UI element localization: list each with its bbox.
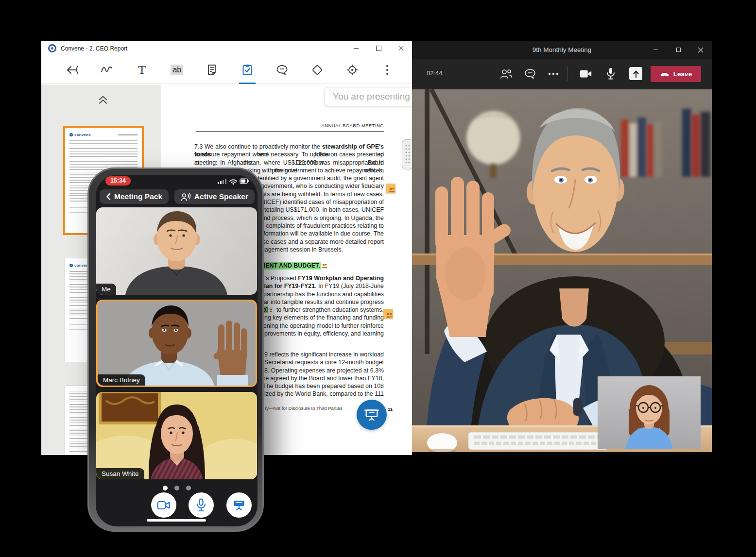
text-tool-button[interactable]: T	[131, 59, 153, 81]
highlight-icon: ab	[171, 65, 183, 75]
mic-icon	[196, 498, 206, 512]
comment-tool-button[interactable]	[271, 59, 293, 81]
draw-icon	[100, 64, 114, 76]
camera-toggle-button[interactable]	[579, 67, 593, 81]
page-number: 11	[388, 406, 393, 412]
highlight-tool-button[interactable]: ab	[166, 59, 188, 81]
more-icon	[385, 64, 389, 76]
phone-mic-button[interactable]	[189, 492, 214, 518]
status-time: 15:34	[105, 176, 131, 186]
minimize-button[interactable]	[645, 41, 667, 59]
laser-pointer-button[interactable]	[341, 59, 363, 81]
drag-handle[interactable]	[402, 139, 412, 169]
video-tile-active-speaker[interactable]: Marc Britney	[96, 300, 257, 387]
meeting-window: 9th Monthly Meeting 02:44	[412, 41, 712, 455]
signal-bars-icon	[218, 179, 226, 184]
collapse-sidebar-button[interactable]	[96, 93, 110, 107]
people-note-icon	[386, 312, 393, 318]
main-video-feed	[412, 89, 712, 455]
sticky-note-annotation[interactable]	[386, 184, 395, 193]
back-button[interactable]	[61, 59, 83, 81]
mic-toggle-button[interactable]	[604, 67, 618, 81]
eraser-icon	[311, 64, 324, 76]
agenda-tool-button[interactable]	[236, 59, 258, 81]
self-view-video	[598, 376, 701, 449]
meeting-timer: 02:44	[427, 69, 443, 77]
active-speaker-icon	[181, 193, 191, 201]
sticky-note-annotation[interactable]	[383, 309, 393, 319]
back-icon	[65, 64, 79, 76]
chat-icon	[524, 68, 536, 80]
chat-button[interactable]	[523, 67, 537, 81]
convene-mini-logo-icon	[69, 264, 73, 267]
close-button[interactable]	[390, 41, 412, 56]
notes-tool-button[interactable]	[201, 59, 223, 81]
status-icons	[218, 178, 250, 186]
maximize-button[interactable]	[667, 41, 689, 59]
share-up-arrow-icon	[633, 70, 639, 78]
participant-name: Marc Britney	[98, 374, 145, 386]
meeting-titlebar: 9th Monthly Meeting	[412, 41, 712, 59]
laser-pointer-icon	[346, 64, 359, 76]
more-menu-button[interactable]	[376, 59, 398, 81]
presenting-banner: You are presenting	[325, 87, 412, 106]
header-rule	[196, 131, 384, 132]
video-tile-me[interactable]: Me	[96, 207, 257, 295]
phone-screen: 15:34 Meeting Pack Active Speaker	[96, 175, 258, 526]
video-tile[interactable]: Susan White	[96, 392, 257, 479]
page-dot-active[interactable]	[163, 486, 168, 490]
convene-mini-logo-icon	[69, 133, 73, 136]
text-tool-icon: T	[138, 64, 146, 76]
battery-icon	[240, 179, 249, 184]
share-button[interactable]	[629, 67, 642, 80]
confidentiality-footer: ry—Not for Disclosure to Third Parties	[265, 405, 343, 411]
present-icon	[233, 499, 245, 511]
participants-button[interactable]	[499, 67, 513, 81]
convene-logo-icon	[48, 44, 56, 52]
eraser-tool-button[interactable]	[306, 59, 328, 81]
toolbar-divider	[567, 67, 568, 81]
draw-tool-button[interactable]	[96, 59, 118, 81]
section-heading: MENT AND BUDGET.	[260, 262, 327, 270]
people-note-icon	[389, 187, 395, 193]
annotation-marker-icon[interactable]	[322, 263, 327, 270]
desktop: Convene - 2. CEO Report T ab	[0, 0, 756, 557]
camera-icon	[157, 501, 171, 510]
annotation-toolbar: T ab	[41, 56, 412, 84]
meeting-toolbar: 02:44 Leave	[412, 59, 712, 89]
leave-call-icon	[660, 72, 670, 77]
phone-present-button[interactable]	[226, 492, 252, 518]
agenda-check-icon	[241, 64, 254, 76]
thumbnail-logo-text: convene	[74, 133, 91, 137]
comment-icon	[275, 64, 289, 76]
chevron-left-icon	[106, 193, 111, 201]
present-screen-icon	[363, 406, 380, 423]
present-fab-button[interactable]	[357, 400, 387, 430]
double-chevron-up-icon	[97, 94, 109, 106]
more-options-button[interactable]	[547, 67, 560, 81]
participant-video	[96, 392, 257, 479]
minimize-button[interactable]	[345, 41, 367, 56]
selected-tool-underline	[239, 83, 256, 84]
camera-icon	[579, 69, 593, 79]
active-speaker-button[interactable]: Active Speaker	[174, 189, 255, 204]
leave-button[interactable]: Leave	[651, 66, 701, 82]
notes-icon	[206, 64, 218, 76]
participant-video	[96, 207, 257, 295]
close-button[interactable]	[689, 41, 712, 59]
maximize-button[interactable]	[367, 41, 390, 56]
wifi-icon	[230, 180, 237, 183]
page-dot[interactable]	[174, 486, 179, 490]
home-indicator[interactable]	[147, 519, 206, 522]
participant-name: Me	[96, 284, 116, 295]
phone-camera-button[interactable]	[151, 492, 176, 518]
document-header: ANNUAL BOARD MEETING	[321, 123, 384, 128]
self-view-pip[interactable]	[598, 376, 701, 449]
page-dot[interactable]	[186, 486, 191, 490]
phone: 15:34 Meeting Pack Active Speaker	[87, 168, 264, 532]
page-dots	[96, 486, 258, 490]
meeting-pack-back-button[interactable]: Meeting Pack	[100, 189, 169, 204]
grip-dots-icon	[405, 144, 411, 165]
more-icon	[548, 72, 559, 75]
convene-window-title: Convene - 2. CEO Report	[61, 45, 127, 52]
